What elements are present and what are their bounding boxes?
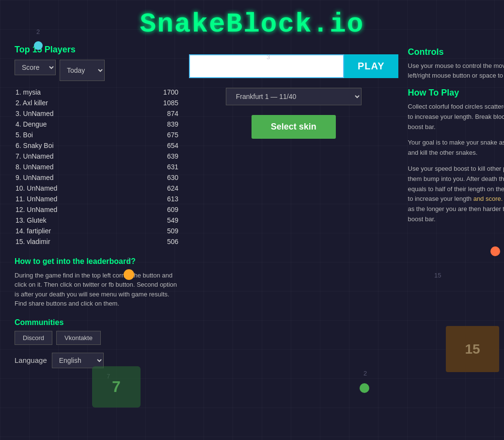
snake-segment-topleft: 7	[92, 366, 141, 407]
table-row: 14. fartiplier509	[15, 226, 179, 236]
table-row: 11. UnNamed613	[15, 194, 179, 204]
server-select[interactable]: Frankfurt 1 — 11/40 Frankfurt 2 — 5/40 U…	[226, 88, 362, 105]
table-row: 12. UnNamed609	[15, 204, 179, 215]
time-select[interactable]: Today All Time	[60, 60, 105, 81]
play-button[interactable]: PLAY	[344, 54, 398, 78]
how-to-leaderboard-section: How to get into the leaderboard? During …	[15, 257, 179, 309]
vkontakte-button[interactable]: Vkontakte	[56, 331, 101, 345]
controls-title: Controls	[408, 47, 504, 57]
language-select[interactable]: English Russian German French	[52, 353, 104, 368]
table-row: 6. Snaky Boi654	[15, 140, 179, 151]
table-row: 4. Dengue839	[15, 119, 179, 130]
how-to-play-p1: Collect colorful food circles scattered …	[408, 102, 504, 132]
language-label: Language	[15, 356, 47, 364]
grid-number-3: 2	[127, 256, 130, 263]
sort-select[interactable]: Score Length	[15, 60, 56, 75]
table-row: 10. UnNamed624	[15, 183, 179, 194]
left-panel: Top 15 Players Score Length Today All Ti…	[15, 45, 179, 368]
snake-dot-1	[34, 41, 43, 50]
snake-dot-orange	[490, 246, 500, 256]
language-section: Language English Russian German French	[15, 353, 179, 368]
how-to-leaderboard-text: During the game find in the top left cor…	[15, 271, 179, 309]
table-row: 9. UnNamed630	[15, 172, 179, 183]
select-skin-button[interactable]: Select skin	[252, 115, 336, 139]
grid-number-5: 15	[434, 272, 441, 279]
main-layout: Top 15 Players Score Length Today All Ti…	[0, 45, 504, 368]
grid-number-4: 2	[363, 370, 367, 377]
grid-number-2: 3	[267, 53, 270, 61]
leaderboard-controls: Score Length Today All Time	[15, 60, 179, 81]
how-to-play-p2: Your goal is to make your snake as large…	[408, 138, 504, 158]
right-panel: Controls Use your mouse to control the m…	[408, 45, 504, 368]
boost-block: 15	[446, 326, 499, 372]
community-buttons: Discord Vkontakte	[15, 331, 179, 345]
table-row: 5. Boi675	[15, 130, 179, 140]
controls-text: Use your mouse to control the movement. …	[408, 61, 504, 80]
how-to-play-p3: Use your speed boost to kill other playe…	[408, 164, 504, 225]
center-panel: PLAY Frankfurt 1 — 11/40 Frankfurt 2 — 5…	[189, 45, 398, 368]
snake-dot-3	[360, 383, 369, 393]
table-row: 3. UnNamed874	[15, 108, 179, 119]
discord-button[interactable]: Discord	[15, 331, 52, 345]
table-row: 15. vladimir506	[15, 236, 179, 247]
table-row: 13. Glutek549	[15, 215, 179, 226]
table-row: 1. mysia1700	[15, 87, 179, 98]
grid-number-1: 2	[36, 28, 40, 35]
page-title: SnakeBlock.io	[0, 9, 504, 40]
header: SnakeBlock.io	[0, 0, 504, 45]
table-row: 7. UnNamed639	[15, 151, 179, 162]
snake-dot-2	[124, 269, 134, 280]
table-row: 2. Axl killer1085	[15, 98, 179, 108]
how-to-leaderboard-title: How to get into the leaderboard?	[15, 257, 179, 267]
communities-section: Communities Discord Vkontakte	[15, 318, 179, 345]
communities-title: Communities	[15, 318, 179, 327]
table-row: 8. UnNamed631	[15, 162, 179, 172]
leaderboard-table: 1. mysia17002. Axl killer10853. UnNamed8…	[15, 87, 179, 247]
how-to-play-title: How To Play	[408, 88, 504, 98]
name-input-row: PLAY	[189, 54, 398, 78]
